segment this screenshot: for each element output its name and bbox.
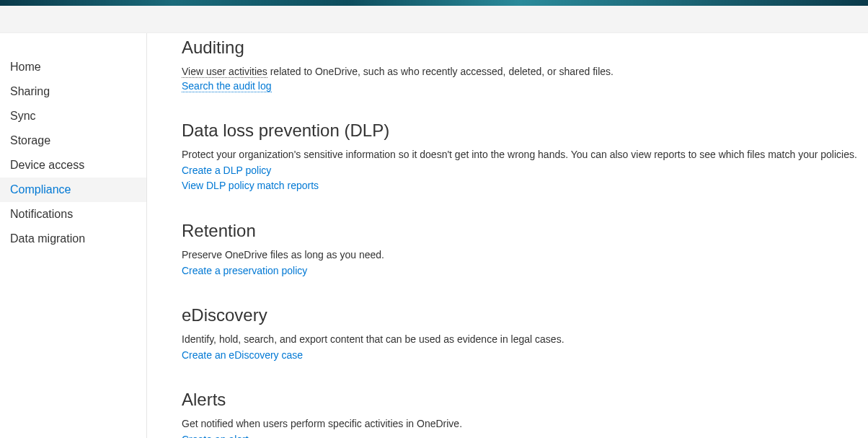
section-ediscovery: eDiscovery Identify, hold, search, and e…	[182, 305, 868, 362]
auditing-desc-prefix: View user activities	[182, 66, 267, 78]
sidebar-item-device-access[interactable]: Device access	[0, 153, 146, 178]
sidebar-item-compliance[interactable]: Compliance	[0, 178, 146, 202]
sub-banner	[0, 6, 868, 33]
section-auditing: Auditing View user activities related to…	[182, 38, 868, 93]
sidebar-item-sharing[interactable]: Sharing	[0, 79, 146, 104]
link-create-dlp-policy[interactable]: Create a DLP policy	[182, 164, 868, 178]
alerts-desc: Get notified when users perform specific…	[182, 417, 868, 432]
sidebar-item-sync[interactable]: Sync	[0, 104, 146, 128]
top-banner	[0, 0, 868, 6]
section-retention: Retention Preserve OneDrive files as lon…	[182, 221, 868, 278]
dlp-desc: Protect your organization's sensitive in…	[182, 148, 868, 162]
ediscovery-desc: Identify, hold, search, and export conte…	[182, 333, 868, 347]
section-alerts: Alerts Get notified when users perform s…	[182, 390, 868, 438]
retention-title: Retention	[182, 221, 868, 241]
link-view-dlp-reports[interactable]: View DLP policy match reports	[182, 179, 868, 193]
auditing-desc: View user activities related to OneDrive…	[182, 65, 868, 79]
auditing-title: Auditing	[182, 38, 868, 58]
main-layout: Home Sharing Sync Storage Device access …	[0, 33, 868, 438]
sidebar-item-storage[interactable]: Storage	[0, 128, 146, 153]
dlp-title: Data loss prevention (DLP)	[182, 121, 868, 141]
sidebar-item-home[interactable]: Home	[0, 55, 146, 79]
sidebar-item-notifications[interactable]: Notifications	[0, 202, 146, 227]
section-dlp: Data loss prevention (DLP) Protect your …	[182, 121, 868, 193]
content-area: Auditing View user activities related to…	[147, 33, 868, 438]
sidebar-item-data-migration[interactable]: Data migration	[0, 227, 146, 251]
ediscovery-title: eDiscovery	[182, 305, 868, 325]
alerts-title: Alerts	[182, 390, 868, 410]
auditing-desc-rest: related to OneDrive, such as who recentl…	[267, 66, 614, 77]
retention-desc: Preserve OneDrive files as long as you n…	[182, 248, 868, 263]
sidebar: Home Sharing Sync Storage Device access …	[0, 33, 147, 438]
link-search-audit-log[interactable]: Search the audit log	[182, 80, 272, 92]
link-create-preservation-policy[interactable]: Create a preservation policy	[182, 264, 868, 279]
link-create-alert[interactable]: Create an alert	[182, 433, 868, 438]
link-create-ediscovery-case[interactable]: Create an eDiscovery case	[182, 349, 868, 363]
